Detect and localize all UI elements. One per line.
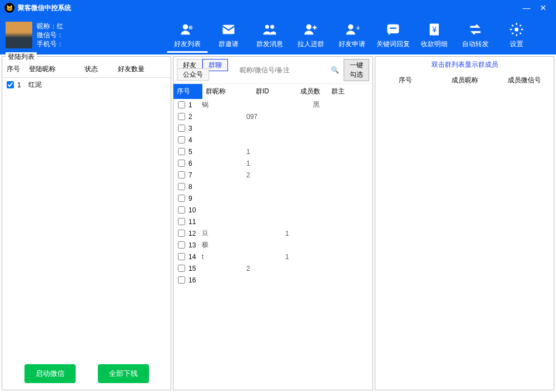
nav-自动转发[interactable]: 自动转发 [455, 18, 496, 53]
svg-point-12 [515, 27, 519, 31]
app-logo-icon: 🐱 [4, 3, 14, 13]
group-row[interactable]: 61 [173, 157, 373, 169]
tab-公众号[interactable]: 公众号 [177, 68, 209, 81]
row-checkbox[interactable] [178, 183, 185, 190]
left-col: 好友数量 [113, 61, 158, 77]
right-hint: 双击群列表显示群成员 [375, 57, 554, 73]
login-row[interactable]: 1红泥 [2, 78, 171, 92]
left-rows: 1红泥 [2, 78, 171, 92]
row-checkbox[interactable] [178, 265, 185, 272]
group-row[interactable]: 72 [173, 169, 373, 181]
svg-point-1 [188, 26, 192, 29]
search-icon[interactable]: 🔍 [327, 66, 342, 74]
main-area: 登陆列表 序号登陆昵称状态好友数量 1红泥 启动微信 全部下线 好友群聊公众号 … [0, 54, 556, 392]
tabs-row: 好友群聊公众号 🔍 一键勾选 [173, 57, 373, 84]
group-row[interactable]: 152 [173, 262, 373, 274]
svg-point-0 [183, 24, 188, 29]
svg-point-3 [265, 24, 269, 28]
group-row[interactable]: 9 [173, 192, 373, 204]
row-checkbox[interactable] [178, 160, 185, 167]
mid-col: 群昵称 [202, 84, 252, 99]
row-checkbox[interactable] [7, 81, 14, 88]
all-offline-button[interactable]: 全部下线 [98, 364, 149, 383]
mid-col: 群ID [252, 84, 297, 99]
nav-好友列表[interactable]: 好友列表 [167, 18, 208, 53]
left-col: 序号 [2, 61, 24, 77]
row-checkbox[interactable] [178, 276, 185, 284]
nav-好友申请[interactable]: +好友申请 [331, 18, 373, 53]
left-panel: 登陆列表 序号登陆昵称状态好友数量 1红泥 启动微信 全部下线 [2, 56, 171, 390]
nav-群发消息[interactable]: 群发消息 [249, 18, 290, 53]
left-col: 状态 [80, 61, 113, 77]
left-columns: 序号登陆昵称状态好友数量 [2, 61, 171, 78]
group-row[interactable]: 16 [173, 274, 373, 286]
row-checkbox[interactable] [178, 125, 185, 132]
row-checkbox[interactable] [178, 148, 185, 155]
row-checkbox[interactable] [178, 230, 185, 237]
row-checkbox[interactable] [178, 136, 185, 143]
start-wechat-button[interactable]: 启动微信 [24, 364, 76, 383]
group-row[interactable]: 4 [173, 134, 373, 146]
row-checkbox[interactable] [178, 206, 185, 214]
nav-icon [497, 21, 537, 38]
nav-icon [291, 21, 331, 38]
nav-拉人进群[interactable]: 拉人进群 [290, 18, 331, 53]
select-all-button[interactable]: 一键勾选 [344, 59, 369, 81]
mid-col: 群主 [328, 84, 359, 99]
svg-text:+: + [356, 23, 360, 32]
nav-icon [167, 21, 207, 38]
close-button[interactable]: ✕ [535, 3, 552, 12]
nav-关键词回复[interactable]: 关键词回复 [373, 18, 414, 53]
left-col: 登陆昵称 [24, 61, 80, 77]
group-row[interactable]: 11 [173, 216, 373, 227]
group-row[interactable]: 51 [173, 146, 373, 157]
row-checkbox[interactable] [178, 113, 185, 120]
mid-columns: 序号群昵称群ID成员数群主 [173, 84, 373, 99]
mid-rows: 1锅黑20973451617289101112豆113极14t115216 [173, 99, 373, 390]
left-title: 登陆列表 [6, 52, 37, 62]
nav-icon [250, 21, 290, 38]
row-checkbox[interactable] [178, 241, 185, 249]
right-columns: 序号成员昵称成员微信号 [375, 73, 554, 88]
row-checkbox[interactable] [178, 218, 185, 225]
search-input[interactable] [236, 64, 326, 76]
nav-icon: + [332, 21, 372, 38]
right-col: 成员昵称 [435, 73, 494, 88]
nav-群邀请[interactable]: 群邀请 [208, 18, 249, 53]
row-checkbox[interactable] [178, 101, 185, 108]
group-row[interactable]: 12豆1 [173, 227, 373, 239]
nav-icon: ¥ [414, 21, 454, 38]
svg-rect-9 [390, 27, 396, 28]
svg-rect-8 [388, 24, 399, 33]
group-row[interactable]: 10 [173, 204, 373, 216]
nav-icon [209, 21, 249, 38]
row-checkbox[interactable] [178, 195, 185, 202]
nav-收款明细[interactable]: ¥收款明细 [414, 18, 455, 53]
minimize-button[interactable]: — [518, 3, 535, 12]
svg-text:¥: ¥ [432, 24, 437, 33]
nav-设置[interactable]: 设置 [496, 18, 537, 53]
group-row[interactable]: 13极 [173, 239, 373, 251]
app-title: 聚客微信中控系统 [18, 3, 518, 13]
right-col: 成员微信号 [494, 73, 554, 88]
mid-col: 成员数 [297, 84, 328, 99]
row-checkbox[interactable] [178, 171, 185, 178]
group-row[interactable]: 3 [173, 122, 373, 134]
group-row[interactable]: 8 [173, 181, 373, 192]
svg-point-5 [306, 24, 311, 29]
svg-point-6 [348, 24, 353, 29]
group-row[interactable]: 1锅黑 [173, 99, 373, 111]
user-info: 昵称：红 微信号： 手机号： [37, 22, 63, 48]
nav-icon [455, 21, 495, 38]
avatar [6, 22, 32, 48]
group-row[interactable]: 2097 [173, 111, 373, 122]
mid-panel: 好友群聊公众号 🔍 一键勾选 序号群昵称群ID成员数群主 1锅黑20973451… [173, 56, 373, 390]
user-box: 昵称：红 微信号： 手机号： [6, 22, 167, 48]
row-checkbox[interactable] [178, 253, 185, 260]
toolbar: 昵称：红 微信号： 手机号： 好友列表群邀请群发消息拉人进群+好友申请关键词回复… [0, 16, 556, 54]
svg-point-4 [270, 24, 274, 28]
right-col: 序号 [375, 73, 435, 88]
nav-icon [373, 21, 413, 38]
mid-col: 序号 [173, 84, 202, 99]
group-row[interactable]: 14t1 [173, 251, 373, 262]
